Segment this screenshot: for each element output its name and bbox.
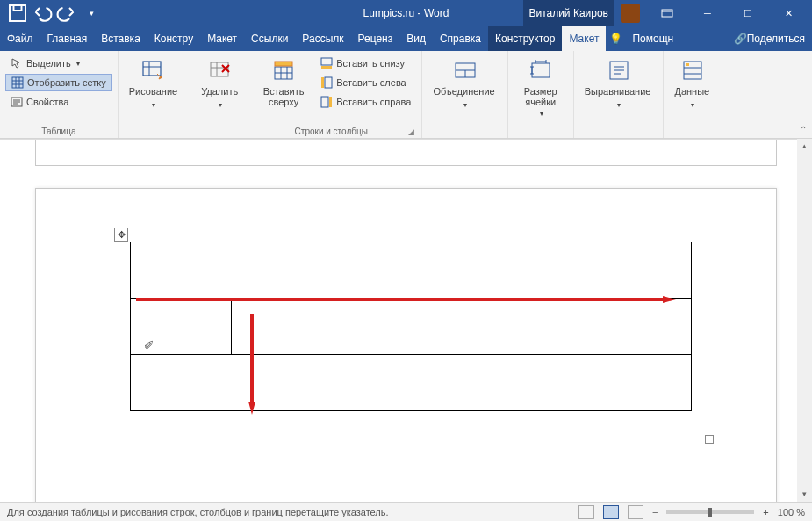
svg-rect-3 (12, 77, 23, 88)
document-area[interactable]: ✥ ✎ (0, 139, 797, 502)
svg-rect-22 (275, 62, 292, 66)
insert-below-button[interactable]: Вставить снизу (315, 54, 416, 72)
user-name[interactable]: Виталий Каиров (523, 0, 614, 26)
properties-button[interactable]: Свойства (5, 93, 112, 111)
tab-references[interactable]: Ссылки (244, 26, 295, 51)
print-layout-icon[interactable] (603, 505, 619, 519)
group-table: Выделить▾ Отобразить сетку Свойства Табл… (0, 51, 119, 138)
svg-rect-25 (325, 77, 332, 88)
svg-rect-28 (329, 97, 332, 107)
cell-size-button[interactable]: Размер ячейки▾ (514, 54, 568, 121)
tab-mailings[interactable]: Рассылк (295, 26, 350, 51)
scroll-up-icon[interactable]: ▴ (797, 139, 812, 154)
tab-design[interactable]: Констру (147, 26, 200, 51)
zoom-in-button[interactable]: + (763, 507, 768, 517)
alignment-button[interactable]: Выравнивание▾ (579, 54, 658, 112)
annotation-arrow-vertical (248, 314, 255, 415)
tab-share[interactable]: 🔗 Поделиться (727, 26, 812, 51)
table-cell[interactable] (232, 299, 692, 355)
ribbon-display-icon[interactable] (647, 0, 687, 26)
svg-rect-12 (143, 62, 161, 76)
cell-size-icon (527, 56, 555, 84)
tab-file[interactable]: Файл (0, 26, 40, 51)
page-fragment (35, 140, 777, 166)
svg-rect-27 (321, 97, 328, 107)
user-avatar[interactable] (621, 4, 640, 23)
data-button[interactable]: Данные▾ (669, 54, 716, 112)
document-title: Lumpics.ru - Word (363, 7, 449, 19)
tab-table-design[interactable]: Конструктор (488, 26, 562, 51)
status-message: Для создания таблицы и рисования строк, … (7, 507, 389, 517)
merge-icon (451, 56, 479, 84)
annotation-arrow-horizontal (136, 296, 676, 303)
table-move-handle-icon[interactable]: ✥ (114, 228, 128, 242)
title-bar: ▾ Lumpics.ru - Word Виталий Каиров ─ ☐ ✕ (0, 0, 812, 26)
vertical-scrollbar[interactable]: ▴ ▾ (797, 139, 812, 502)
tab-home[interactable]: Главная (40, 26, 95, 51)
svg-marker-42 (663, 296, 676, 303)
table-cell[interactable] (131, 242, 692, 299)
svg-rect-1 (662, 10, 672, 17)
tab-view[interactable]: Вид (399, 26, 433, 51)
web-layout-icon[interactable] (628, 505, 643, 519)
tab-review[interactable]: Реценз (351, 26, 400, 51)
draw-table-icon (140, 56, 168, 84)
draw-button[interactable]: Рисование▾ (124, 54, 184, 112)
scroll-down-icon[interactable]: ▾ (797, 487, 812, 502)
group-draw: Рисование▾ (119, 51, 190, 138)
insert-right-button[interactable]: Вставить справа (315, 93, 416, 111)
view-gridlines-button[interactable]: Отобразить сетку (5, 74, 112, 91)
data-icon (679, 56, 707, 84)
close-button[interactable]: ✕ (768, 0, 808, 26)
svg-rect-40 (686, 63, 689, 66)
pencil-cursor-icon: ✎ (142, 339, 156, 350)
read-mode-icon[interactable] (578, 505, 594, 519)
tab-layout[interactable]: Макет (200, 26, 244, 51)
ribbon-options: ─ ☐ ✕ (647, 0, 808, 26)
insert-left-button[interactable]: Вставить слева (315, 74, 416, 91)
properties-icon (11, 96, 23, 108)
tab-table-layout[interactable]: Макет (562, 26, 606, 51)
insert-right-icon (320, 96, 333, 108)
cursor-icon (11, 57, 23, 69)
svg-rect-23 (321, 58, 332, 65)
svg-rect-0 (10, 5, 25, 21)
table-row (131, 355, 692, 411)
undo-icon[interactable] (32, 3, 53, 24)
tab-help[interactable]: Справка (433, 26, 488, 51)
select-button[interactable]: Выделить▾ (5, 54, 112, 72)
merge-button[interactable]: Объединение▾ (428, 54, 501, 112)
dialog-launcher-icon[interactable]: ◢ (406, 127, 416, 136)
document-table[interactable] (130, 242, 692, 411)
table-resize-handle[interactable] (705, 435, 714, 444)
zoom-out-button[interactable]: − (652, 507, 658, 517)
redo-icon[interactable] (56, 3, 77, 24)
lightbulb-icon[interactable]: 💡 (606, 26, 625, 51)
insert-above-button[interactable]: Вставить сверху (255, 54, 312, 125)
zoom-slider[interactable] (666, 510, 754, 514)
tab-insert[interactable]: Вставка (94, 26, 147, 51)
delete-button[interactable]: Удалить▾ (196, 54, 245, 112)
insert-below-icon (320, 57, 333, 69)
collapse-ribbon-icon[interactable]: ⌃ (800, 125, 807, 134)
svg-rect-24 (321, 66, 332, 69)
status-bar: Для создания таблицы и рисования строк, … (0, 502, 812, 521)
ribbon: Выделить▾ Отобразить сетку Свойства Табл… (0, 51, 812, 139)
quick-access-toolbar: ▾ (0, 3, 109, 24)
qat-customize-icon[interactable]: ▾ (81, 3, 102, 24)
minimize-button[interactable]: ─ (687, 0, 728, 26)
insert-above-icon (269, 56, 298, 84)
table-cell[interactable] (131, 355, 692, 411)
alignment-icon (605, 56, 633, 84)
tab-assist[interactable]: Помощн (625, 26, 680, 51)
insert-left-icon (320, 76, 333, 89)
autosave-icon[interactable] (7, 3, 28, 24)
group-rows-columns: Вставить сверху Вставить снизу Вставить … (250, 51, 422, 138)
maximize-button[interactable]: ☐ (728, 0, 768, 26)
grid-icon (11, 76, 24, 89)
svg-marker-44 (248, 402, 255, 415)
zoom-level[interactable]: 100 % (778, 507, 805, 517)
table-row (131, 242, 692, 299)
ribbon-tabs: Файл Главная Вставка Констру Макет Ссылк… (0, 26, 812, 51)
table-row (131, 299, 692, 355)
